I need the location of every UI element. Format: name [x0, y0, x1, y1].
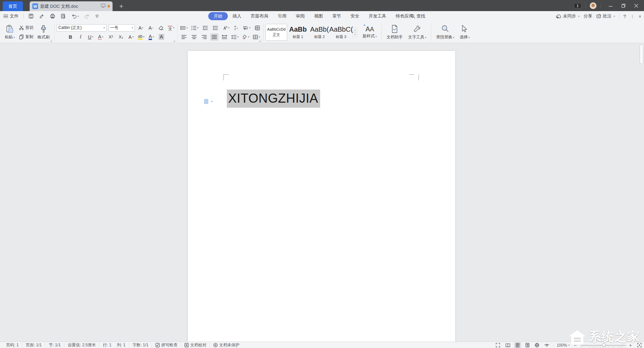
style-normal[interactable]: AaBbCcDd 正文: [266, 24, 287, 41]
presentation-mode-icon[interactable]: [101, 4, 105, 9]
superscript-button[interactable]: X²: [107, 33, 115, 41]
comment-button[interactable]: 批注 ▾: [596, 13, 615, 19]
home-tab[interactable]: 首页: [3, 1, 23, 11]
web-layout-button[interactable]: [534, 342, 541, 348]
sync-status-button[interactable]: 未同步 ▾: [556, 13, 580, 19]
tab-security[interactable]: 安全: [346, 12, 364, 20]
help-button[interactable]: ?: [623, 13, 626, 19]
selected-text[interactable]: XITONGZHIJIA: [227, 90, 320, 108]
outline-view-button[interactable]: [524, 342, 531, 348]
document-tab[interactable]: W 新建 DOC 文档.doc: [30, 1, 113, 11]
shrink-font-button[interactable]: A−: [147, 24, 155, 32]
align-right-button[interactable]: [200, 33, 208, 41]
select-button[interactable]: 选择▾: [457, 23, 472, 42]
bold-button[interactable]: B: [66, 33, 74, 41]
grow-font-button[interactable]: A+: [137, 24, 145, 32]
find-replace-button[interactable]: 查找替换▾: [433, 23, 457, 42]
window-list-badge[interactable]: 1: [574, 3, 581, 8]
tab-developer[interactable]: 开发工具: [364, 12, 391, 20]
minimize-button[interactable]: [605, 1, 616, 10]
spell-check-button[interactable]: 拼写检查: [152, 342, 181, 348]
bullet-list-button[interactable]: ▾: [180, 24, 188, 32]
undo-button[interactable]: ▾: [71, 13, 79, 19]
tab-review[interactable]: 审阅: [291, 12, 309, 20]
format-painter-button[interactable]: 格式刷: [35, 24, 52, 41]
zoom-slider-knob[interactable]: [602, 343, 606, 347]
paste-options-button[interactable]: ▾: [204, 99, 213, 104]
gallery-scroll-down[interactable]: ▾: [353, 33, 357, 37]
share-button[interactable]: 分享: [584, 13, 592, 19]
collapse-ribbon-button[interactable]: ∧: [639, 14, 641, 19]
tab-insert[interactable]: 插入: [228, 12, 246, 20]
shading-button[interactable]: ▾: [241, 33, 250, 41]
print-button[interactable]: [50, 13, 55, 19]
tab-section[interactable]: 章节: [328, 12, 346, 20]
zoom-in-button[interactable]: +: [628, 343, 633, 348]
numbered-list-button[interactable]: ▾: [190, 24, 199, 32]
gallery-scroll-up[interactable]: ▴: [353, 28, 357, 32]
line-spacing-button[interactable]: ▾: [231, 33, 239, 41]
show-marks-button[interactable]: ▾: [242, 24, 251, 32]
document-page[interactable]: ▾ XITONGZHIJIA: [188, 51, 455, 342]
style-heading1[interactable]: AaBb 标题 1: [287, 24, 309, 41]
tab-view[interactable]: 视图: [309, 12, 328, 20]
document-text-line[interactable]: ▾ XITONGZHIJIA: [227, 91, 320, 106]
paragraph-dialog-launcher[interactable]: [259, 40, 261, 42]
copy-button[interactable]: 复制: [18, 33, 35, 40]
find-command[interactable]: 查找: [410, 11, 425, 21]
style-heading2[interactable]: AaBb( 标题 2: [309, 24, 330, 41]
doc-assistant-button[interactable]: 文档助手: [384, 23, 405, 42]
text-direction-button[interactable]: ▾: [221, 24, 230, 32]
document-canvas[interactable]: ▾ XITONGZHIJIA: [0, 43, 644, 342]
tab-home[interactable]: 开始: [208, 12, 228, 20]
paste-button[interactable]: 粘贴▾: [2, 24, 18, 41]
align-center-button[interactable]: [190, 33, 198, 41]
zoom-out-button[interactable]: −: [573, 343, 578, 348]
tab-page-layout[interactable]: 页面布局: [246, 12, 273, 20]
underline-button[interactable]: U▾: [87, 33, 95, 41]
pinyin-guide-button[interactable]: wén 文 ▾: [167, 24, 175, 32]
zoom-slider[interactable]: [581, 345, 625, 346]
doc-protection-status[interactable]: 文档未保护: [210, 342, 243, 348]
customize-toolbar-button[interactable]: [95, 14, 99, 18]
style-heading3[interactable]: AaBbC( 标题 3: [330, 24, 352, 41]
character-shading-button[interactable]: A: [157, 33, 165, 41]
cut-button[interactable]: 剪切: [18, 24, 35, 31]
subscript-button[interactable]: X₂: [117, 33, 125, 41]
clipboard-dialog-launcher[interactable]: [50, 40, 52, 42]
increase-indent-button[interactable]: [211, 24, 219, 32]
close-button[interactable]: [631, 1, 642, 10]
sort-button[interactable]: AZ ↓: [232, 24, 240, 32]
text-effects-button[interactable]: A▾: [127, 33, 135, 41]
distribute-button[interactable]: [220, 33, 228, 41]
new-tab-button[interactable]: +: [117, 3, 125, 10]
tab-setting-button[interactable]: [253, 24, 261, 32]
eye-protect-button[interactable]: [544, 342, 550, 348]
doc-proofing-button[interactable]: 文档校对: [181, 342, 210, 348]
more-options-button[interactable]: ⋮: [630, 14, 635, 19]
new-style-button[interactable]: ✳AA 新样式▾: [360, 23, 379, 42]
text-tool-button[interactable]: 文字工具▾: [405, 23, 429, 42]
emphasis-mark-button[interactable]: A▾: [97, 33, 105, 41]
redo-button[interactable]: [84, 13, 90, 19]
italic-button[interactable]: I: [76, 33, 85, 41]
clear-format-button[interactable]: [157, 24, 165, 32]
user-avatar[interactable]: [590, 2, 596, 9]
highlight-color-button[interactable]: ab▾: [137, 33, 145, 41]
font-size-select[interactable]: 一号 ▾: [109, 24, 135, 32]
export-pdf-button[interactable]: [39, 13, 44, 19]
read-layout-button[interactable]: [504, 342, 511, 348]
save-button[interactable]: [28, 13, 34, 19]
undo-dropdown-caret[interactable]: ▾: [78, 15, 79, 18]
vertical-scrollbar[interactable]: [640, 44, 643, 64]
zoom-level-button[interactable]: 100% ▾: [557, 343, 570, 348]
print-preview-button[interactable]: [61, 13, 66, 19]
justify-button[interactable]: [210, 33, 218, 41]
file-menu-button[interactable]: 文件: [3, 13, 19, 19]
print-layout-button[interactable]: [514, 342, 521, 348]
align-left-button[interactable]: [180, 33, 188, 41]
decrease-indent-button[interactable]: [201, 24, 209, 32]
fullscreen-view-button[interactable]: [495, 342, 501, 348]
font-color-button[interactable]: A▾: [147, 33, 155, 41]
status-word-count[interactable]: 字数: 1/1: [129, 342, 152, 348]
